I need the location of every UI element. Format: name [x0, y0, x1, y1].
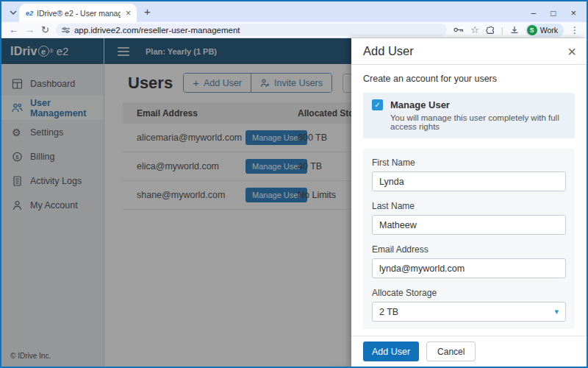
modal-dim-overlay	[1, 38, 353, 367]
submit-add-user-button[interactable]: Add User	[363, 342, 419, 361]
downloads-icon[interactable]	[510, 26, 519, 35]
manage-user-label: Manage User	[390, 99, 450, 110]
url-text: app.idrivee2.com/reseller-user-managemen…	[74, 26, 240, 35]
first-name-field[interactable]	[372, 171, 566, 191]
first-name-label: First Name	[372, 158, 566, 168]
chevron-down-icon: ▾	[554, 307, 559, 316]
avatar: S	[527, 25, 537, 35]
site-favicon: e2	[26, 10, 33, 17]
add-user-panel: Add User × Create an account for your us…	[351, 38, 587, 367]
extensions-icon[interactable]	[486, 26, 495, 35]
manage-user-description: You will manage this user completely wit…	[390, 113, 566, 131]
tab-title: IDrive® e2 - User management	[37, 9, 121, 18]
panel-title: Add User	[363, 44, 414, 58]
app-area: IDrive®e2 Dashboard User Management ⚙ Se…	[1, 38, 587, 367]
last-name-label: Last Name	[372, 201, 566, 211]
tab-search-button[interactable]	[7, 6, 19, 18]
manage-user-box: ✓ Manage User You will manage this user …	[363, 93, 575, 138]
tab-close-icon[interactable]: ×	[124, 8, 132, 18]
back-icon[interactable]: ←	[9, 25, 18, 35]
cancel-button[interactable]: Cancel	[426, 342, 476, 361]
panel-footer: Add User Cancel	[351, 336, 587, 367]
browser-tab[interactable]: e2 IDrive® e2 - User management ×	[19, 4, 137, 22]
last-name-field[interactable]	[372, 215, 566, 235]
toolbar-divider: |	[501, 26, 503, 35]
profile-chip[interactable]: S Work	[526, 24, 564, 37]
allocate-storage-select[interactable]: 2 TB ▾	[372, 302, 566, 322]
browser-menu-icon[interactable]: ⋮	[570, 25, 579, 35]
email-address-label: Email Address	[372, 244, 566, 255]
window-close-icon[interactable]: ×	[570, 8, 576, 18]
browser-tabstrip: e2 IDrive® e2 - User management × + – □ …	[1, 1, 587, 22]
selected-storage-value: 2 TB	[379, 307, 398, 317]
allocate-storage-label: Allocate Storage	[372, 288, 566, 298]
profile-name: Work	[540, 26, 558, 35]
site-info-icon[interactable]	[62, 26, 70, 34]
minimize-icon[interactable]: –	[531, 9, 536, 18]
close-icon[interactable]: ×	[567, 44, 576, 59]
manage-user-checkbox[interactable]: ✓	[372, 99, 383, 110]
add-user-form: First Name Last Name Email Address Alloc…	[363, 149, 575, 329]
browser-toolbar: ← → ↻ app.idrivee2.com/reseller-user-man…	[1, 22, 587, 38]
panel-subtitle: Create an account for your users	[351, 65, 587, 90]
email-field[interactable]	[372, 258, 566, 278]
new-tab-button[interactable]: +	[144, 5, 151, 18]
browser-window: e2 IDrive® e2 - User management × + – □ …	[0, 0, 588, 368]
forward-icon[interactable]: →	[25, 25, 35, 35]
reload-icon[interactable]: ↻	[41, 25, 49, 35]
bookmark-star-icon[interactable]: ☆	[470, 24, 479, 35]
maximize-icon[interactable]: □	[551, 9, 556, 18]
password-key-icon[interactable]	[453, 26, 464, 33]
address-bar[interactable]: app.idrivee2.com/reseller-user-managemen…	[56, 24, 447, 36]
